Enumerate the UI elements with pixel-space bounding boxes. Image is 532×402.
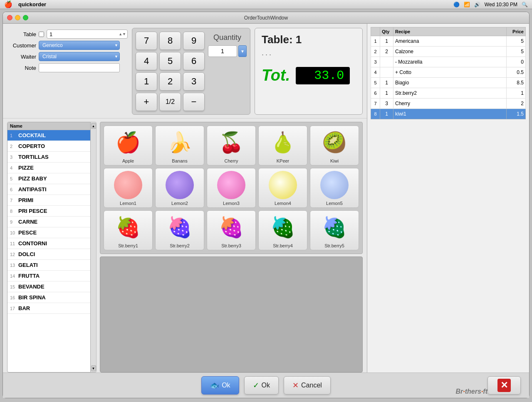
- table-input[interactable]: [47, 30, 128, 39]
- num-minus[interactable]: −: [183, 93, 205, 111]
- num-7[interactable]: 7: [136, 32, 157, 50]
- order-row-6[interactable]: 6 1 Str.berry2 1: [371, 88, 526, 99]
- system-tray: 🔵 📶 🔊 Wed 10:30 PM 🔍: [453, 2, 528, 7]
- minimize-dot[interactable]: [15, 15, 20, 20]
- category-item[interactable]: 1 COCKTAIL: [7, 130, 90, 141]
- food-item-lemon5[interactable]: Lemon5: [310, 168, 359, 208]
- category-item[interactable]: 12 DOLCI: [7, 249, 90, 260]
- category-item[interactable]: 2 COPERTO: [7, 141, 90, 152]
- tot-label: Tot.: [262, 67, 290, 84]
- food-item-strberry5[interactable]: 🍓 Str.berry5: [310, 210, 359, 250]
- food-name-strberry2: Str.berry2: [170, 243, 190, 248]
- order-row-5[interactable]: 5 1 Biagio 8.5: [371, 78, 526, 88]
- waiter-select[interactable]: Cristal: [39, 52, 120, 61]
- food-item-lemon4[interactable]: Lemon4: [258, 168, 307, 208]
- brand-watermark: Br·thers·ft: [456, 388, 487, 395]
- num-3[interactable]: 3: [183, 72, 205, 91]
- food-name-strberry5: Str.berry5: [324, 243, 344, 248]
- food-name-lemon4: Lemon4: [275, 201, 291, 206]
- num-5[interactable]: 5: [159, 52, 181, 70]
- num-1[interactable]: 1: [136, 72, 157, 91]
- food-item-strberry2[interactable]: 🍓 Str.berry2: [155, 210, 204, 250]
- category-item[interactable]: 13 GELATI: [7, 260, 90, 271]
- category-list-container: Name 1 COCKTAIL 2 COPERTO 3: [7, 122, 97, 372]
- bottom-bar: 🐟 Ok ✓ Ok ✕ Cancel ✕ Br·thers·ft: [3, 372, 529, 398]
- food-name-lemon3: Lemon3: [223, 201, 240, 206]
- food-item-strberry4[interactable]: 🍓 Str.berry4: [258, 210, 307, 250]
- scroll-up[interactable]: ▲: [91, 123, 96, 129]
- close-dot[interactable]: [7, 15, 12, 20]
- num-half[interactable]: 1/2: [159, 93, 181, 111]
- order-row-4[interactable]: 4 + Cotto 0.5: [371, 67, 526, 78]
- food-grid-empty: [100, 256, 363, 372]
- ok2-button[interactable]: ✓ Ok: [244, 376, 279, 395]
- scroll-down[interactable]: ▼: [91, 365, 96, 371]
- customer-label: Customer: [7, 42, 36, 49]
- num-plus[interactable]: +: [136, 93, 157, 111]
- food-item-cherry[interactable]: 🍒 Cherry: [207, 126, 256, 165]
- category-item[interactable]: 17 BAR: [7, 303, 90, 314]
- food-item-strberry1[interactable]: 🍓 Str.berry1: [104, 210, 153, 250]
- x-icon: ✕: [497, 379, 511, 392]
- food-item-banans[interactable]: 🍌 Banans: [155, 126, 204, 165]
- right-cancel-button[interactable]: ✕: [487, 376, 521, 395]
- category-item[interactable]: 15 BEVANDE: [7, 281, 90, 292]
- app-name: quickorder: [18, 1, 46, 7]
- category-item[interactable]: 8 PRI PESCE: [7, 206, 90, 217]
- food-name-apple: Apple: [122, 158, 134, 163]
- num-4[interactable]: 4: [136, 52, 157, 70]
- order-row-1[interactable]: 1 1 Americana 5: [371, 36, 526, 47]
- food-item-lemon1[interactable]: Lemon1: [104, 168, 153, 208]
- quantity-dropdown[interactable]: ▼: [238, 45, 247, 57]
- category-item[interactable]: 10 PESCE: [7, 227, 90, 238]
- food-item-apple[interactable]: 🍎 Apple: [104, 126, 153, 165]
- category-item[interactable]: 11 CONTORNI: [7, 238, 90, 249]
- table-checkbox[interactable]: [39, 32, 44, 37]
- numpad: 7 8 9 4 5 6 1 2: [132, 28, 250, 115]
- num-2[interactable]: 2: [159, 72, 181, 91]
- cancel-button[interactable]: ✕ Cancel: [284, 376, 331, 395]
- category-item[interactable]: 16 BIR SPINA: [7, 292, 90, 303]
- category-item[interactable]: 14 FRUTTA: [7, 271, 90, 281]
- food-item-strberry3[interactable]: 🍓 Str.berry3: [207, 210, 256, 250]
- order-row-3[interactable]: 3 - Mozzarella 0: [371, 57, 526, 67]
- category-scrollbar[interactable]: ▲ ▼: [91, 122, 97, 372]
- food-name-strberry3: Str.berry3: [221, 243, 241, 248]
- col-header-price: Price: [507, 27, 526, 36]
- food-item-lemon2[interactable]: Lemon2: [155, 168, 204, 208]
- num-9[interactable]: 9: [183, 32, 205, 50]
- num-6[interactable]: 6: [183, 52, 205, 70]
- food-item-lemon3[interactable]: Lemon3: [207, 168, 256, 208]
- ok1-button[interactable]: 🐟 Ok: [201, 376, 239, 395]
- food-name-lemon1: Lemon1: [120, 201, 136, 206]
- food-grid: 🍎 Apple 🍌 Banans 🍒 Cherry 🍐: [100, 122, 363, 254]
- col-header-row: [371, 27, 380, 36]
- quantity-input[interactable]: [208, 45, 237, 57]
- table-label: Table: [7, 31, 36, 37]
- food-name-banans: Banans: [172, 158, 187, 163]
- category-item[interactable]: 7 PRIMI: [7, 195, 90, 206]
- col-header-recipe: Recipe: [393, 27, 507, 36]
- zoom-dot[interactable]: [23, 15, 28, 20]
- category-item[interactable]: 3 TORTILLAS: [7, 152, 90, 163]
- tot-value: 33.0: [296, 67, 350, 84]
- category-item[interactable]: 5 PIZZ BABY: [7, 173, 90, 184]
- food-item-kpeer[interactable]: 🍐 KPeer: [258, 126, 307, 165]
- num-8[interactable]: 8: [159, 32, 181, 50]
- order-row-7[interactable]: 7 3 Cherry 2: [371, 99, 526, 109]
- food-item-kiwi[interactable]: 🥝 Kiwi: [310, 126, 359, 165]
- food-name-lemon5: Lemon5: [326, 201, 343, 206]
- order-row-2[interactable]: 2 2 Calzone 5: [371, 47, 526, 57]
- order-panel: Qty Recipe Price 1 1 Americana 5 2 2: [367, 24, 529, 372]
- food-name-cherry: Cherry: [224, 158, 238, 163]
- order-row-8[interactable]: 8 1 kiwi1 1.5: [371, 109, 526, 119]
- order-table: Qty Recipe Price 1 1 Americana 5 2 2: [371, 27, 526, 119]
- category-item[interactable]: 6 ANTIPASTI: [7, 184, 90, 195]
- category-item[interactable]: 9 CARNE: [7, 217, 90, 227]
- food-name-kiwi: Kiwi: [330, 158, 339, 163]
- category-item[interactable]: 4 PIZZE: [7, 163, 90, 173]
- quantity-label: Quantity: [213, 33, 241, 42]
- dots-indicator: ...: [262, 49, 356, 57]
- note-input[interactable]: [39, 63, 120, 72]
- customer-select[interactable]: Generico: [39, 41, 120, 50]
